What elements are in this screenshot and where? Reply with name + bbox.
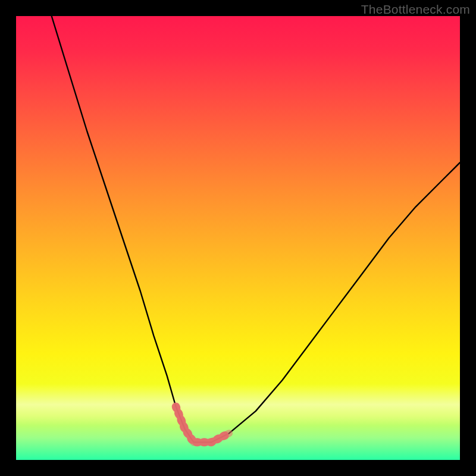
highlight-segment xyxy=(176,407,230,443)
bottleneck-curve xyxy=(52,16,460,442)
pale-band xyxy=(16,384,460,425)
chart-frame: TheBottleneck.com xyxy=(0,0,476,476)
curve-layer xyxy=(16,16,460,460)
highlight-segment-fill xyxy=(176,407,230,443)
plot-area xyxy=(16,16,460,460)
watermark-text: TheBottleneck.com xyxy=(361,2,470,17)
